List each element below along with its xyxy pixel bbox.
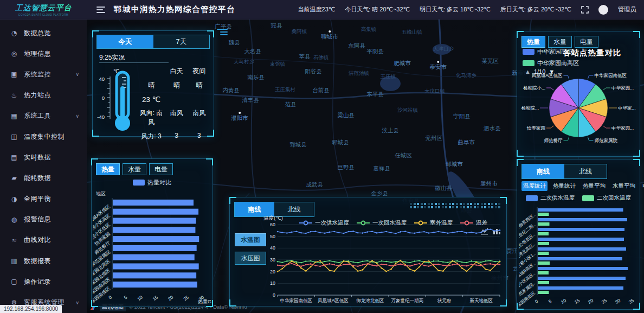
current-temperature: 当前温度23℃: [298, 5, 336, 14]
map-place-label: 梁山县: [337, 112, 355, 119]
weather-time-label: 9:25实况: [99, 53, 125, 62]
svg-text:凤凰城A区低区: 凤凰城A区低区: [318, 298, 349, 303]
top-header: 工达智慧云平台 GONGDA SMART CLOUD PLATFORM 郓城中润…: [0, 0, 644, 20]
fullscreen-icon[interactable]: [581, 6, 589, 14]
map-place-label: 濮阳市: [231, 112, 248, 122]
stat-subtab[interactable]: 温度统计: [521, 181, 548, 191]
map-place-label: 清丰县: [242, 97, 259, 104]
sidebar-item-8[interactable]: ◑全网平衡: [0, 189, 87, 209]
grouped-bar-legend: 二次供水温度二次回水温度: [517, 194, 640, 202]
sidebar-item-label: 操作记录: [24, 277, 79, 286]
day-after-weather: 后日天气: 多云 20℃~32℃: [500, 5, 571, 14]
app-logo: 工达智慧云平台 GONGDA SMART CLOUD PLATFORM: [0, 3, 87, 16]
weather-tab[interactable]: 今天: [97, 35, 153, 48]
sidebar-item-6[interactable]: ▤实时数据: [0, 147, 87, 168]
city-dot: [239, 112, 241, 114]
weather-tab[interactable]: 7天: [153, 35, 210, 48]
day-condition: 晴: [165, 81, 188, 90]
bell-icon: ◍: [10, 216, 18, 223]
svg-text:0: 0: [273, 292, 275, 298]
spacer: [188, 95, 210, 104]
panel-corner-accent: [517, 159, 524, 166]
stat-subtab[interactable]: 热量统计: [551, 181, 577, 191]
sidebar-item-label: 热力站点: [24, 91, 79, 100]
legend-item[interactable]: 中华家园南高区: [523, 59, 579, 67]
map-place-label: 鄄城县: [289, 141, 307, 149]
city-dot: [437, 61, 439, 63]
svg-text:万象世纪一期高: 万象世纪一期高: [391, 298, 423, 303]
weather-grid: 白天 夜间 晴 晴 晴 23 ℃ 风向: 南风 南风 南风 风力: 3 3 3: [137, 67, 210, 141]
map-place-label: 高集镇: [361, 26, 377, 33]
sidebar-item-7[interactable]: ▰能耗数据: [0, 168, 87, 188]
stat-subtab[interactable]: 水量平均: [611, 181, 637, 191]
svg-text:10: 10: [136, 295, 144, 302]
realtime-icon: ▤: [10, 154, 18, 161]
balance-icon: ◑: [10, 195, 18, 203]
panel-corner-accent: [92, 130, 99, 137]
map-place-label: 洪范池镇: [349, 70, 369, 77]
line-temperature-panel: 南线北线 一次供水温度一次回水温度室外温度温差 水温图 水压图 温度(℃)010…: [229, 197, 507, 306]
map-place-label: 莱芜区: [481, 58, 499, 65]
panel-corner-accent: [633, 159, 640, 166]
legend-swatch: [523, 49, 534, 55]
bars-metric-tab[interactable]: 水量: [123, 163, 146, 175]
sidebar-item-label: 曲线对比: [24, 235, 79, 245]
bars-metric-tab[interactable]: 电量: [149, 163, 173, 175]
water-temp-button[interactable]: 水温图: [235, 233, 266, 246]
svg-text:检察院小...: 检察院小...: [523, 85, 545, 91]
pie-metric-tab[interactable]: 热量: [521, 36, 545, 48]
map-place-label: 南乐县: [247, 74, 265, 81]
panel-corner-accent: [633, 303, 640, 310]
stat-subtab[interactable]: 电量平均: [641, 181, 644, 191]
sidebar-item-10[interactable]: ≈曲线对比: [0, 230, 87, 251]
map-place-label: 泗水县: [484, 125, 501, 132]
sidebar-item-0[interactable]: ◔数据总览: [0, 23, 87, 43]
svg-text:怡养家园: 怡养家园: [526, 125, 545, 131]
sidebar-item-2[interactable]: ▣系统监控∨: [0, 64, 87, 85]
sidebar-item-11[interactable]: ▥数据报表: [0, 251, 87, 271]
panel-corner-accent: [206, 158, 213, 165]
svg-text:10: 10: [560, 298, 567, 305]
panel-corner-accent: [207, 30, 214, 37]
chevron-down-icon: ∨: [75, 72, 79, 77]
legend-item[interactable]: 二次供水温度: [526, 194, 575, 202]
bars-metric-tab[interactable]: 热量: [96, 163, 120, 175]
sidebar-item-12[interactable]: ▢操作记录: [0, 271, 87, 292]
weather-panel: 今天7天 9:25实况 ℃ 40 0 -40: [92, 30, 214, 137]
legend-item[interactable]: 二次回水温度: [582, 194, 631, 202]
temperature-line-chart: 温度(℃)0102030405060中华家园南低区凤凰城A区低区御龙湾北低区万象…: [262, 214, 504, 305]
sidebar-item-1[interactable]: ◎地理信息: [0, 43, 87, 64]
stats-route-tab[interactable]: 北线: [564, 164, 607, 178]
map-place-label: 任城区: [395, 152, 412, 159]
svg-text:中华家园...: 中华家园...: [611, 85, 634, 91]
pie-title: 各站点热量对比: [563, 48, 622, 58]
legend-swatch: [133, 180, 145, 186]
map-place-label: 大津口乡: [433, 46, 454, 53]
sidebar-item-9[interactable]: ◍报警信息: [0, 209, 87, 230]
pie-metric-tab[interactable]: 电量: [575, 36, 598, 48]
station-heat-pie-panel: 热量水量电量 各站点热量对比 中华家园南低区中华家园南高区 ▲ 1/10 ▼ 中…: [517, 31, 640, 157]
sidebar-item-3[interactable]: ♨热力站点: [0, 85, 87, 106]
svg-text:30: 30: [614, 298, 621, 305]
sidebar-item-label: 地理信息: [24, 49, 79, 59]
pie-metric-tab[interactable]: 水量: [548, 36, 572, 48]
panel-corner-accent: [91, 300, 98, 307]
svg-text:0: 0: [102, 95, 105, 101]
map-menu-icon[interactable]: [217, 27, 228, 37]
sidebar-collapse-icon[interactable]: [96, 5, 105, 15]
map-place-label: 邹城市: [446, 161, 463, 168]
stat-subtab[interactable]: 热量平均: [581, 181, 607, 191]
sidebar-item-4[interactable]: ▦系统工具∨: [0, 106, 87, 126]
map-place-label: 成武县: [306, 181, 323, 189]
sidebar-item-5[interactable]: ◫温度集中控制: [0, 126, 87, 147]
map-place-label: 滕州市: [480, 180, 498, 188]
svg-text:25: 25: [601, 298, 608, 305]
user-avatar[interactable]: [598, 5, 608, 15]
report-icon: ▥: [10, 257, 18, 265]
heat-water-power-tabs: 热量水量电量: [96, 163, 173, 175]
sidebar-item-label: 系统工具: [24, 111, 75, 120]
water-pressure-button[interactable]: 水压图: [235, 252, 266, 265]
spacer: [137, 67, 165, 76]
legend-item[interactable]: 热量对比: [133, 178, 171, 187]
stats-route-tab[interactable]: 南线: [522, 164, 564, 178]
